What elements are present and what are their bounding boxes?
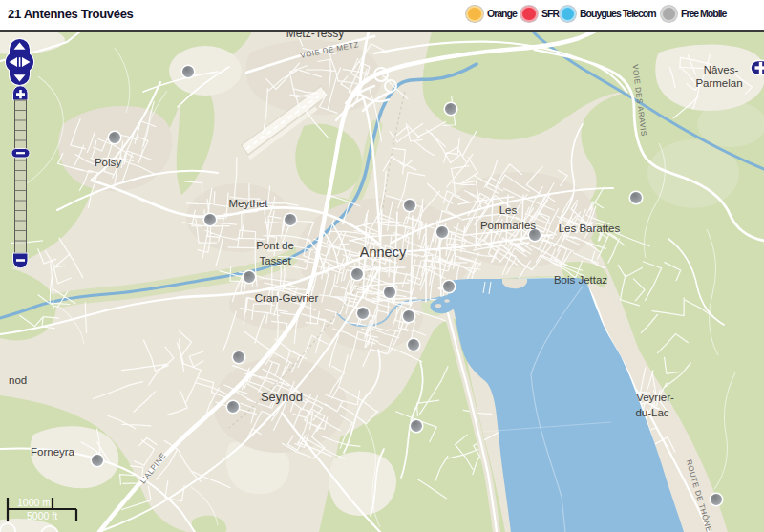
svg-text:Bois Jettaz: Bois Jettaz <box>554 274 607 286</box>
svg-text:du-Lac: du-Lac <box>635 407 668 418</box>
svg-text:Veyrier-: Veyrier- <box>636 392 674 403</box>
svg-text:1000 m: 1000 m <box>17 497 51 508</box>
svg-text:Seynod: Seynod <box>261 390 303 404</box>
svg-text:Les Barattes: Les Barattes <box>559 223 621 234</box>
svg-text:nod: nod <box>9 374 27 386</box>
svg-text:Les: Les <box>499 204 518 216</box>
svg-text:Tasset: Tasset <box>259 255 291 266</box>
svg-text:Forneyra: Forneyra <box>31 446 75 458</box>
svg-text:Meythet: Meythet <box>229 198 269 209</box>
svg-text:Pommaries: Pommaries <box>480 220 536 231</box>
svg-text:Poisy: Poisy <box>95 157 121 168</box>
svg-text:Parmelan: Parmelan <box>695 77 742 89</box>
svg-text:Pont de: Pont de <box>256 240 294 251</box>
svg-text:Metz-Tessy: Metz-Tessy <box>286 32 345 40</box>
svg-text:Annecy: Annecy <box>360 245 407 260</box>
svg-text:Nâves-: Nâves- <box>704 64 739 75</box>
svg-text:Cran-Gevrier: Cran-Gevrier <box>255 292 319 304</box>
svg-text:5000 ft: 5000 ft <box>27 510 57 521</box>
